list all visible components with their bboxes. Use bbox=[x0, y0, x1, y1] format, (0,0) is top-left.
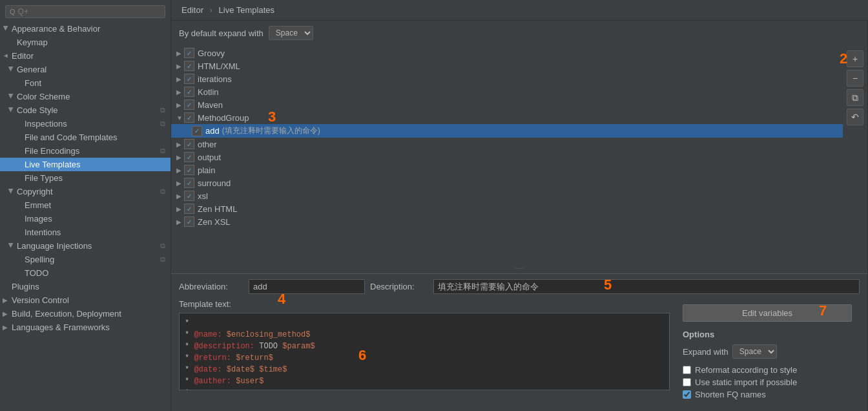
sidebar-label-languages: Languages & Frameworks bbox=[12, 322, 110, 332]
sidebar-arrow-color-scheme: ▶ bbox=[8, 94, 15, 100]
tree-check-plain[interactable] bbox=[184, 165, 194, 175]
tree-check-zen-html[interactable] bbox=[184, 204, 194, 214]
sidebar-item-keymap[interactable]: Keymap bbox=[0, 36, 170, 49]
copy-icon-file-encodings: ⧉ bbox=[160, 147, 165, 155]
options-check-static-import[interactable] bbox=[683, 378, 691, 386]
sidebar-arrow-copyright: ▶ bbox=[8, 189, 15, 195]
tree-check-xsl[interactable] bbox=[184, 191, 194, 201]
tree-check-add[interactable] bbox=[192, 126, 202, 136]
tree-check-iterations[interactable] bbox=[184, 74, 194, 84]
options-expand-label: Expand with bbox=[683, 347, 728, 357]
sidebar-item-inspections[interactable]: Inspections⧉ bbox=[0, 117, 170, 131]
tree-item-other[interactable]: ▶ other bbox=[171, 138, 843, 151]
sidebar-item-plugins[interactable]: Plugins bbox=[0, 280, 170, 293]
add-template-button[interactable]: + bbox=[847, 50, 863, 67]
tree-arrow-methodgroup: ▼ bbox=[176, 114, 184, 121]
abbreviation-input[interactable] bbox=[249, 279, 365, 294]
sidebar-item-todo[interactable]: TODO bbox=[0, 266, 170, 280]
sidebar-item-emmet[interactable]: Emmet bbox=[0, 198, 170, 212]
template-list-panel: By default expand with Space ▶ Groovy ▶ … bbox=[171, 21, 868, 411]
tree-item-methodgroup[interactable]: ▼ MethodGroup bbox=[171, 111, 843, 124]
sidebar-label-version-control: Version Control bbox=[12, 295, 69, 305]
sidebar-item-color-scheme[interactable]: ▶Color Scheme bbox=[0, 90, 170, 103]
breadcrumb-part-editor: Editor bbox=[181, 5, 203, 15]
tree-check-maven[interactable] bbox=[184, 100, 194, 110]
options-expand-select[interactable]: Space bbox=[732, 344, 777, 359]
sidebar-item-images[interactable]: Images bbox=[0, 212, 170, 226]
tree-check-surround[interactable] bbox=[184, 178, 194, 188]
copy-icon-copyright: ⧉ bbox=[160, 187, 165, 196]
tree-check-html-xml[interactable] bbox=[184, 61, 194, 71]
tree-item-surround[interactable]: ▶ surround bbox=[171, 176, 843, 189]
tree-item-zen-xsl[interactable]: ▶ Zen XSL bbox=[171, 215, 843, 228]
options-title: Options bbox=[683, 330, 852, 339]
tree-item-groovy[interactable]: ▶ Groovy bbox=[171, 47, 843, 59]
tree-check-other[interactable] bbox=[184, 139, 194, 149]
options-check-row-shorten-fq: Shorten FQ names bbox=[683, 388, 852, 401]
bottom-panel: Abbreviation: Description: Template text… bbox=[171, 273, 867, 411]
sidebar-item-language-injections[interactable]: ▶Language Injections⧉ bbox=[0, 239, 170, 253]
tree-check-output[interactable] bbox=[184, 152, 194, 162]
options-check-shorten-fq[interactable] bbox=[683, 390, 691, 399]
sidebar-item-code-style[interactable]: ▶Code Style⧉ bbox=[0, 103, 170, 117]
tree-item-zen-html[interactable]: ▶ Zen HTML bbox=[171, 202, 843, 215]
sidebar-label-plugins: Plugins bbox=[12, 282, 39, 291]
sidebar-item-appearance[interactable]: ▶Appearance & Behavior bbox=[0, 22, 170, 36]
tree-item-plain[interactable]: ▶ plain bbox=[171, 163, 843, 176]
options-check-row-reformat: Reformat according to style bbox=[683, 364, 852, 376]
sidebar-item-version-control[interactable]: ▶Version Control bbox=[0, 293, 170, 307]
remove-template-button[interactable]: − bbox=[847, 70, 863, 87]
sidebar-item-spelling[interactable]: Spelling⧉ bbox=[0, 253, 170, 266]
tree-arrow-html-xml: ▶ bbox=[176, 63, 184, 70]
copy-template-button[interactable]: ⧉ bbox=[847, 89, 863, 106]
tree-item-html-xml[interactable]: ▶ HTML/XML bbox=[171, 59, 843, 72]
list-buttons: + − ⧉ ↶ bbox=[843, 45, 867, 264]
sidebar-item-general[interactable]: ▶General bbox=[0, 63, 170, 76]
sidebar-item-font[interactable]: Font bbox=[0, 76, 170, 90]
tree-check-groovy[interactable] bbox=[184, 48, 194, 58]
tree-item-kotlin[interactable]: ▶ Kotlin bbox=[171, 85, 843, 98]
reset-template-button[interactable]: ↶ bbox=[847, 109, 863, 125]
tree-label-groovy: Groovy bbox=[198, 48, 225, 58]
bottom-left: Template text: * * @name: $enclosing_met… bbox=[179, 299, 670, 406]
edit-variables-button[interactable]: Edit variables bbox=[683, 304, 852, 322]
tree-item-iterations[interactable]: ▶ iterations bbox=[171, 72, 843, 85]
tree-item-output[interactable]: ▶ output bbox=[171, 151, 843, 163]
sidebar-item-copyright[interactable]: ▶Copyright⧉ bbox=[0, 185, 170, 198]
tree-label-html-xml: HTML/XML bbox=[198, 61, 240, 71]
tree-item-add[interactable]: add (填充注释时需要输入的命令) bbox=[171, 124, 843, 138]
sidebar-label-copyright: Copyright bbox=[17, 187, 53, 196]
tree-item-maven[interactable]: ▶ Maven bbox=[171, 98, 843, 111]
sidebar-item-file-code-templates[interactable]: File and Code Templates bbox=[0, 131, 170, 144]
copy-icon-language-injections: ⧉ bbox=[160, 242, 165, 250]
sidebar-label-spelling: Spelling bbox=[25, 255, 54, 264]
tree-item-xsl[interactable]: ▶ xsl bbox=[171, 189, 843, 202]
tree-arrow-zen-xsl: ▶ bbox=[176, 218, 184, 226]
tree-arrow-maven: ▶ bbox=[176, 101, 184, 109]
sidebar-item-intentions[interactable]: Intentions bbox=[0, 226, 170, 239]
sidebar-arrow-languages: ▶ bbox=[3, 324, 9, 331]
sidebar-label-language-injections: Language Injections bbox=[17, 241, 92, 251]
tree-check-kotlin[interactable] bbox=[184, 87, 194, 97]
sidebar-item-file-encodings[interactable]: File Encodings⧉ bbox=[0, 144, 170, 158]
sidebar-item-languages[interactable]: ▶Languages & Frameworks bbox=[0, 321, 170, 334]
tree-label-kotlin: Kotlin bbox=[198, 87, 219, 97]
tree-check-zen-xsl[interactable] bbox=[184, 216, 194, 227]
sidebar-search-input[interactable] bbox=[18, 7, 161, 16]
abbrev-desc-row: Abbreviation: Description: bbox=[179, 279, 860, 294]
sidebar-arrow-general: ▶ bbox=[8, 67, 15, 73]
sidebar-item-editor[interactable]: ▼Editor bbox=[0, 49, 170, 63]
sidebar-item-build[interactable]: ▶Build, Execution, Deployment bbox=[0, 307, 170, 321]
sidebar-item-file-types[interactable]: File Types bbox=[0, 171, 170, 185]
copy-icon-code-style: ⧉ bbox=[160, 106, 165, 114]
sidebar-search-container[interactable]: Q bbox=[5, 5, 165, 18]
tree-check-methodgroup[interactable] bbox=[184, 112, 194, 123]
description-input[interactable] bbox=[433, 279, 860, 294]
template-text-area[interactable]: * * @name: $enclosing_method$ * @descrip… bbox=[179, 313, 670, 390]
sidebar-arrow-editor: ▼ bbox=[3, 53, 10, 59]
breadcrumb: Editor › Live Templates bbox=[171, 0, 868, 21]
tree-arrow-kotlin: ▶ bbox=[176, 89, 184, 96]
sidebar-item-live-templates[interactable]: Live Templates bbox=[0, 158, 170, 171]
options-check-reformat[interactable] bbox=[683, 366, 691, 374]
expand-with-select[interactable]: Space bbox=[269, 26, 313, 40]
